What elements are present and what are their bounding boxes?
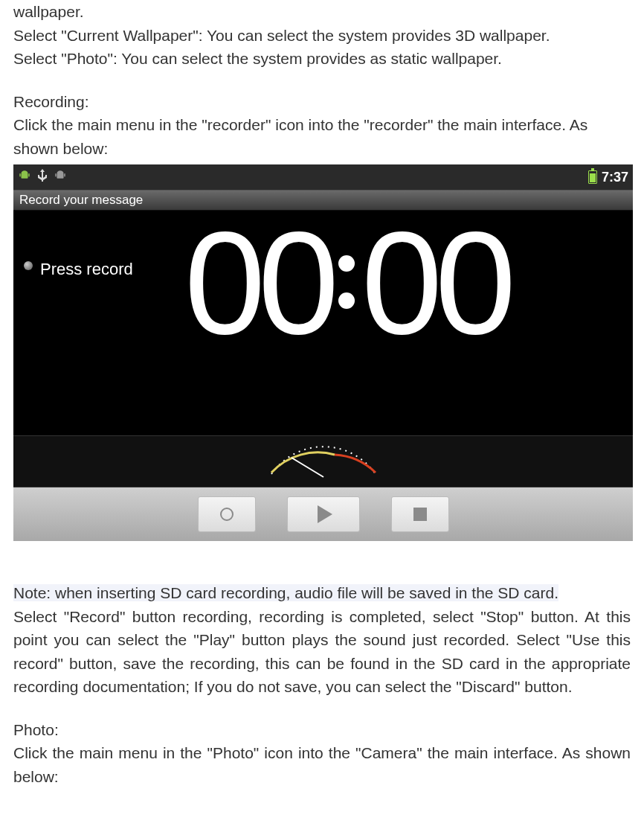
recording-heading: Recording:	[13, 90, 631, 114]
svg-rect-3	[57, 173, 64, 179]
status-bar: 7:37	[13, 164, 633, 190]
svg-rect-4	[55, 173, 57, 177]
text-wallpaper-tail: wallpaper.	[13, 0, 631, 24]
usb-icon	[37, 165, 48, 189]
stop-icon	[413, 508, 427, 521]
play-button[interactable]	[287, 496, 360, 532]
debug-icon	[54, 165, 67, 189]
recorder-timer: 00 00	[184, 227, 509, 339]
timer-seconds: 00	[361, 228, 509, 338]
recorder-toolbar	[13, 487, 633, 541]
recorder-screenshot: 7:37 Record your message Press record 00…	[13, 164, 633, 541]
recorder-hint: Press record	[40, 257, 133, 281]
svg-rect-5	[64, 173, 65, 177]
record-icon	[220, 508, 234, 521]
record-led-icon	[24, 261, 33, 270]
play-icon	[318, 505, 332, 523]
record-instructions: Select "Record" button recording, record…	[13, 605, 631, 699]
svg-rect-1	[19, 173, 21, 177]
svg-rect-2	[28, 173, 30, 177]
text-photo-wallpaper: Select "Photo": You can select the syste…	[13, 47, 631, 71]
status-time: 7:37	[602, 167, 628, 188]
note-line: Note: when inserting SD card recording, …	[13, 581, 631, 605]
recording-intro: Click the main menu in the "recorder" ic…	[13, 113, 631, 160]
timer-colon	[332, 227, 361, 339]
photo-heading: Photo:	[13, 718, 631, 742]
svg-line-6	[292, 458, 323, 477]
record-button[interactable]	[198, 496, 256, 532]
svg-rect-0	[22, 173, 28, 179]
text-current-wallpaper: Select "Current Wallpaper": You can sele…	[13, 24, 631, 48]
recorder-title: Record your message	[19, 191, 143, 210]
stop-button[interactable]	[391, 496, 449, 532]
battery-icon	[588, 170, 597, 184]
timer-minutes: 00	[184, 228, 332, 338]
vu-meter	[13, 435, 633, 487]
android-icon	[18, 165, 31, 189]
photo-intro: Click the main menu in the "Photo" icon …	[13, 741, 631, 788]
